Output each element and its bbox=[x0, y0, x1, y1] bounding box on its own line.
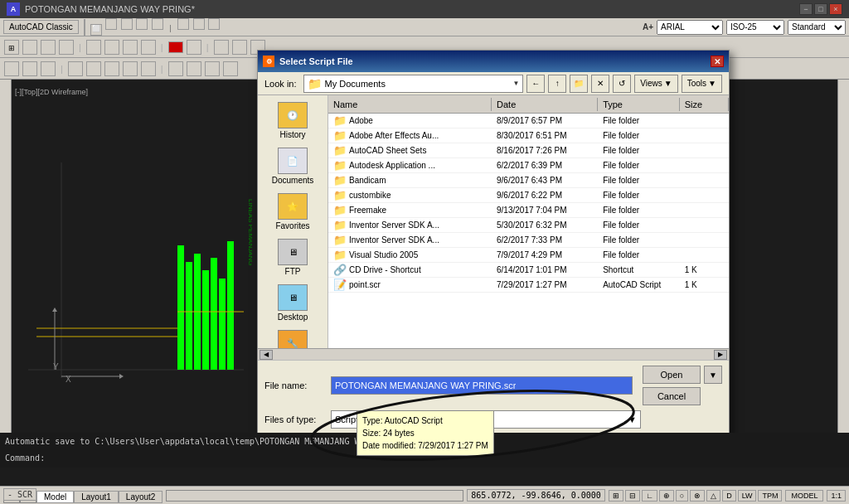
snap-icon[interactable] bbox=[41, 61, 56, 76]
tool-icon[interactable] bbox=[214, 40, 229, 55]
snap-icon[interactable] bbox=[86, 61, 101, 76]
file-name-cell: 📁Bandicam bbox=[328, 173, 492, 187]
table-row[interactable]: 📁Inventor Server SDK A... 6/2/2017 7:33 … bbox=[328, 233, 729, 248]
open-dropdown-btn[interactable]: ▼ bbox=[704, 366, 722, 384]
scroll-track[interactable] bbox=[273, 351, 714, 359]
col-size-header[interactable]: Size bbox=[680, 98, 729, 111]
col-type-header[interactable]: Type bbox=[598, 98, 680, 111]
standard-selector[interactable]: Standard bbox=[788, 20, 846, 35]
snap-icon[interactable] bbox=[22, 61, 37, 76]
color-icon[interactable] bbox=[168, 41, 183, 53]
ducs-toggle[interactable]: △ bbox=[706, 490, 720, 502]
table-row[interactable]: 📁Inventor Server SDK A... 5/30/2017 6:32… bbox=[328, 218, 729, 233]
table-row[interactable]: 📁custombike 9/6/2017 6:22 PM File folder bbox=[328, 188, 729, 203]
dialog-close-button[interactable]: ✕ bbox=[711, 56, 724, 67]
sidebar-history[interactable]: 🕐 History bbox=[260, 99, 326, 143]
nav-back-button[interactable]: ← bbox=[526, 75, 545, 93]
osnap-toggle[interactable]: ○ bbox=[676, 490, 688, 502]
snap-toggle[interactable]: ⊞ bbox=[609, 490, 623, 502]
polar-toggle[interactable]: ⊕ bbox=[659, 490, 674, 502]
tool-icon[interactable] bbox=[41, 40, 56, 55]
tool-icon[interactable] bbox=[22, 40, 37, 55]
tpm-toggle[interactable]: TPM bbox=[758, 490, 782, 502]
workspace-selector[interactable]: AutoCAD Classic bbox=[3, 20, 79, 34]
nav-up-button[interactable]: ↑ bbox=[548, 75, 566, 93]
snap-icon[interactable] bbox=[205, 61, 220, 76]
look-in-combo[interactable]: 📁 My Documents ▼ bbox=[303, 75, 524, 93]
snap-icon[interactable] bbox=[68, 61, 83, 76]
toolbar-icon[interactable] bbox=[208, 18, 220, 30]
maximize-button[interactable]: □ bbox=[814, 3, 827, 15]
otrack-toggle[interactable]: ⊗ bbox=[690, 490, 705, 502]
dialog-title-icon: ⚙ bbox=[263, 56, 274, 67]
toolbar-icon[interactable] bbox=[152, 18, 163, 30]
bottom-scrollbar[interactable] bbox=[166, 490, 463, 502]
tool-icon[interactable] bbox=[141, 40, 156, 55]
table-row[interactable]: 📁Freemake 9/13/2017 7:04 PM File folder bbox=[328, 203, 729, 218]
table-row[interactable]: 📁Adobe After Effects Au... 8/30/2017 6:5… bbox=[328, 128, 729, 143]
toolbar-icon[interactable] bbox=[177, 18, 189, 30]
open-button[interactable]: Open bbox=[643, 366, 701, 384]
toolbar-icon[interactable] bbox=[136, 18, 148, 30]
grid-toggle[interactable]: ⊟ bbox=[625, 490, 640, 502]
tool-icon[interactable] bbox=[187, 40, 201, 55]
scroll-right-btn[interactable]: ▶ bbox=[714, 350, 727, 360]
delete-button[interactable]: ✕ bbox=[591, 75, 609, 93]
horizontal-scrollbar[interactable]: ◀ ▶ bbox=[258, 348, 729, 360]
lw-toggle[interactable]: LW bbox=[738, 490, 757, 502]
minimize-button[interactable]: − bbox=[799, 3, 813, 15]
iso-selector[interactable]: ISO-25 bbox=[726, 20, 784, 35]
snap-icon[interactable] bbox=[187, 61, 201, 76]
sidebar-buzzsaw[interactable]: 🔧 Buzzsaw bbox=[260, 327, 326, 348]
snap-icon[interactable] bbox=[141, 61, 156, 76]
table-row[interactable]: 📁Autodesk Application ... 6/2/2017 6:39 … bbox=[328, 158, 729, 173]
filename-input[interactable]: POTONGAN MEMANJANG WAY PRING.scr bbox=[331, 376, 633, 395]
table-row[interactable]: 🔗CD Drive - Shortcut 6/14/2017 1:01 PM S… bbox=[328, 263, 729, 278]
tab-model[interactable]: Model bbox=[36, 491, 74, 503]
sidebar-desktop[interactable]: 🖥 Desktop bbox=[260, 281, 326, 325]
snap-icon[interactable] bbox=[168, 61, 183, 76]
scroll-left-btn[interactable]: ◀ bbox=[260, 350, 273, 360]
close-button[interactable]: × bbox=[829, 3, 842, 15]
snap-icon[interactable] bbox=[123, 61, 138, 76]
tab-layout2[interactable]: Layout2 bbox=[119, 491, 163, 503]
create-folder-button[interactable]: 📁 bbox=[570, 75, 588, 93]
tool-icon[interactable] bbox=[104, 40, 119, 55]
snap-icon[interactable] bbox=[104, 61, 119, 76]
col-name-header[interactable]: Name bbox=[328, 98, 492, 111]
toolbar-icon[interactable]: ⬜ bbox=[90, 24, 102, 36]
snap-icon[interactable] bbox=[4, 61, 19, 76]
ortho-toggle[interactable]: ∟ bbox=[642, 490, 657, 502]
tool-icon[interactable]: ⊞ bbox=[4, 40, 19, 55]
tool-icon[interactable] bbox=[86, 40, 101, 55]
font-selector[interactable]: ARIAL bbox=[657, 20, 723, 35]
col-date-header[interactable]: Date bbox=[492, 98, 598, 111]
tool-icon[interactable] bbox=[59, 40, 74, 55]
refresh-button[interactable]: ↺ bbox=[613, 75, 631, 93]
toolbar-icon[interactable] bbox=[193, 18, 205, 30]
sidebar-documents[interactable]: 📄 Documents bbox=[260, 144, 326, 188]
file-size-cell: 1 K bbox=[680, 279, 729, 290]
tool-icon[interactable] bbox=[123, 40, 138, 55]
toolbar-icon[interactable] bbox=[105, 18, 117, 30]
tools-button[interactable]: Tools ▼ bbox=[682, 75, 722, 93]
table-row[interactable]: 📁AutoCAD Sheet Sets 8/16/2017 7:26 PM Fi… bbox=[328, 143, 729, 158]
file-date-cell: 5/30/2017 6:32 PM bbox=[492, 220, 598, 230]
dyn-toggle[interactable]: D bbox=[722, 490, 736, 502]
sidebar-ftp[interactable]: 🖥 FTP bbox=[260, 235, 326, 279]
drawing-svg: X Y bbox=[12, 80, 252, 428]
folder-icon: 📁 bbox=[333, 144, 347, 157]
toolbar-icon[interactable] bbox=[121, 18, 133, 30]
views-button[interactable]: Views ▼ bbox=[634, 75, 677, 93]
dialog-title-bar: ⚙ Select Script File ✕ bbox=[258, 51, 729, 72]
tool-icon[interactable] bbox=[232, 40, 247, 55]
table-row[interactable]: 📁Bandicam 9/6/2017 6:43 PM File folder bbox=[328, 173, 729, 188]
table-row[interactable]: 📁Adobe 8/9/2017 6:57 PM File folder bbox=[328, 114, 729, 128]
tab-layout1[interactable]: Layout1 bbox=[74, 491, 119, 503]
cancel-button[interactable]: Cancel bbox=[643, 387, 701, 405]
sidebar-favorites[interactable]: ⭐ Favorites bbox=[260, 190, 326, 234]
table-row[interactable]: 📝point.scr 7/29/2017 1:27 PM AutoCAD Scr… bbox=[328, 278, 729, 293]
table-row[interactable]: 📁Visual Studio 2005 7/9/2017 4:29 PM Fil… bbox=[328, 248, 729, 263]
model-indicator: MODEL bbox=[785, 490, 823, 502]
snap-icon[interactable] bbox=[223, 61, 238, 76]
